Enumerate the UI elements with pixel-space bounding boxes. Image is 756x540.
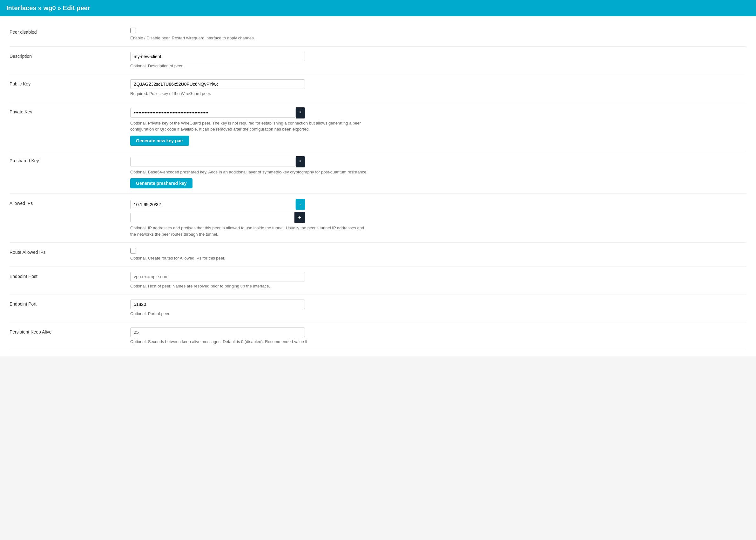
allowed-ips-add-btn[interactable]: +: [295, 212, 305, 223]
description-label: Description: [10, 52, 130, 59]
form-content: Peer disabled Enable / Disable peer. Res…: [0, 16, 756, 356]
preshared-key-label: Preshared Key: [10, 156, 130, 163]
public-key-label: Public Key: [10, 79, 130, 86]
allowed-ips-label: Allowed IPs: [10, 199, 130, 206]
route-allowed-ips-label: Route Allowed IPs: [10, 248, 130, 255]
public-key-input[interactable]: [130, 79, 305, 89]
route-allowed-ips-checkbox-row: [130, 248, 746, 253]
route-allowed-ips-checkbox[interactable]: [130, 248, 136, 253]
private-key-input[interactable]: [130, 108, 296, 117]
allowed-ips-entry-0: -: [130, 199, 305, 210]
endpoint-port-row: Endpoint Port Optional. Port of peer.: [10, 295, 746, 323]
private-key-control: * Optional. Private key of the WireGuard…: [130, 107, 746, 146]
route-allowed-ips-row: Route Allowed IPs Optional. Create route…: [10, 243, 746, 267]
peer-disabled-checkbox[interactable]: [130, 28, 136, 33]
allowed-ips-help: Optional. IP addresses and prefixes that…: [130, 225, 368, 237]
description-input[interactable]: [130, 52, 305, 61]
endpoint-host-help: Optional. Host of peer. Names are resolv…: [130, 283, 368, 289]
public-key-row: Public Key Required. Public key of the W…: [10, 74, 746, 102]
allowed-ips-input-0[interactable]: [130, 200, 296, 209]
preshared-key-help: Optional. Base64-encoded preshared key. …: [130, 169, 368, 175]
preshared-key-input-group: *: [130, 156, 305, 167]
persistent-keep-alive-help: Optional. Seconds between keep alive mes…: [130, 338, 368, 345]
allowed-ips-control: - + Optional. IP addresses and prefixes …: [130, 199, 746, 237]
endpoint-port-label: Endpoint Port: [10, 300, 130, 307]
persistent-keep-alive-row: Persistent Keep Alive Optional. Seconds …: [10, 323, 746, 350]
peer-disabled-control: Enable / Disable peer. Restart wireguard…: [130, 28, 746, 41]
private-key-toggle-btn[interactable]: *: [296, 107, 305, 118]
peer-disabled-help: Enable / Disable peer. Restart wireguard…: [130, 35, 368, 41]
endpoint-host-input[interactable]: [130, 272, 305, 281]
persistent-keep-alive-input[interactable]: [130, 328, 305, 337]
endpoint-port-control: Optional. Port of peer.: [130, 300, 746, 317]
route-allowed-ips-help: Optional. Create routes for Allowed IPs …: [130, 255, 368, 261]
public-key-help: Required. Public key of the WireGuard pe…: [130, 90, 368, 97]
description-control: Optional. Description of peer.: [130, 52, 746, 69]
description-help: Optional. Description of peer.: [130, 63, 368, 69]
persistent-keep-alive-control: Optional. Seconds between keep alive mes…: [130, 328, 746, 345]
generate-preshared-key-button[interactable]: Generate preshared key: [130, 178, 192, 188]
page-title: Interfaces » wg0 » Edit peer: [6, 4, 90, 11]
public-key-control: Required. Public key of the WireGuard pe…: [130, 79, 746, 97]
peer-disabled-checkbox-row: [130, 28, 746, 33]
private-key-help: Optional. Private key of the WireGuard p…: [130, 120, 368, 132]
generate-key-pair-button[interactable]: Generate new key pair: [130, 136, 189, 146]
endpoint-host-label: Endpoint Host: [10, 272, 130, 279]
allowed-ips-input-1[interactable]: [130, 213, 295, 222]
page-header: Interfaces » wg0 » Edit peer: [0, 0, 756, 16]
preshared-key-control: * Optional. Base64-encoded preshared key…: [130, 156, 746, 189]
endpoint-port-help: Optional. Port of peer.: [130, 311, 368, 317]
allowed-ips-entry-1: +: [130, 212, 305, 223]
route-allowed-ips-control: Optional. Create routes for Allowed IPs …: [130, 248, 746, 261]
peer-disabled-row: Peer disabled Enable / Disable peer. Res…: [10, 23, 746, 47]
persistent-keep-alive-label: Persistent Keep Alive: [10, 328, 130, 335]
preshared-key-row: Preshared Key * Optional. Base64-encoded…: [10, 151, 746, 194]
allowed-ips-remove-btn-0[interactable]: -: [296, 199, 305, 210]
endpoint-host-row: Endpoint Host Optional. Host of peer. Na…: [10, 267, 746, 295]
allowed-ips-row: Allowed IPs - + Optional. IP addresses a…: [10, 194, 746, 243]
peer-disabled-label: Peer disabled: [10, 28, 130, 35]
preshared-key-toggle-btn[interactable]: *: [296, 156, 305, 167]
private-key-input-group: *: [130, 107, 305, 118]
endpoint-host-control: Optional. Host of peer. Names are resolv…: [130, 272, 746, 289]
description-row: Description Optional. Description of pee…: [10, 47, 746, 74]
preshared-key-input[interactable]: [130, 157, 296, 167]
endpoint-port-input[interactable]: [130, 300, 305, 309]
private-key-label: Private Key: [10, 107, 130, 114]
private-key-row: Private Key * Optional. Private key of t…: [10, 102, 746, 151]
